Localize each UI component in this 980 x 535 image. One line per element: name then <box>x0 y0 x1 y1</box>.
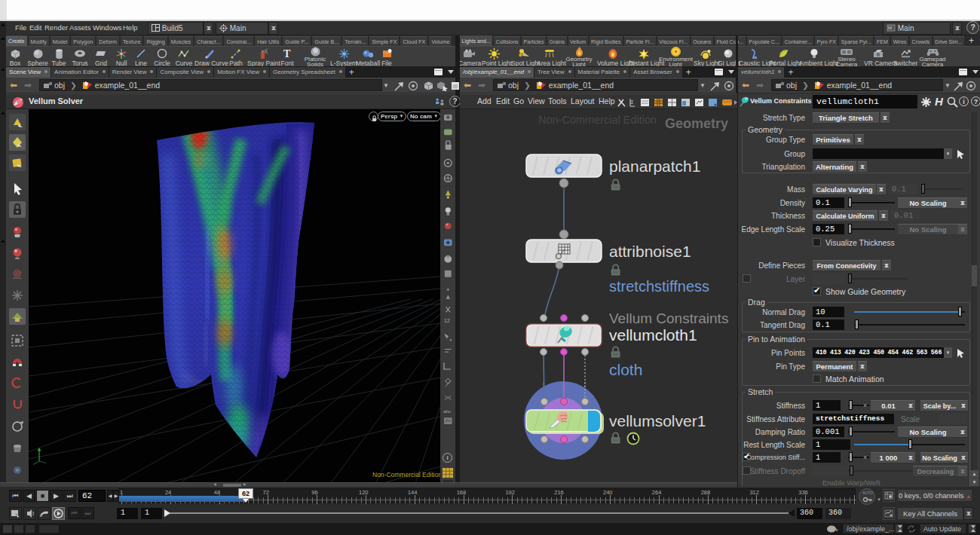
svg-text:H: H <box>935 96 944 108</box>
svg-text:vellumsolver1: vellumsolver1 <box>609 412 706 430</box>
svg-text:stretchstiffness: stretchstiffness <box>609 278 709 295</box>
svg-text:vellumcloth1: vellumcloth1 <box>609 326 697 344</box>
svg-text:12: 12 <box>444 318 450 323</box>
svg-text:planarpatch1: planarpatch1 <box>609 157 700 175</box>
svg-text:M: M <box>888 26 892 30</box>
svg-text:abc: abc <box>443 408 451 414</box>
svg-text:Geometry: Geometry <box>665 116 728 131</box>
svg-text:Non-Commercial Edition: Non-Commercial Edition <box>538 114 657 126</box>
svg-text:cloth: cloth <box>609 361 642 378</box>
svg-text:Vellum Constraints: Vellum Constraints <box>609 310 728 326</box>
svg-text:T: T <box>283 48 291 59</box>
svg-text:attribnoise1: attribnoise1 <box>609 243 691 260</box>
